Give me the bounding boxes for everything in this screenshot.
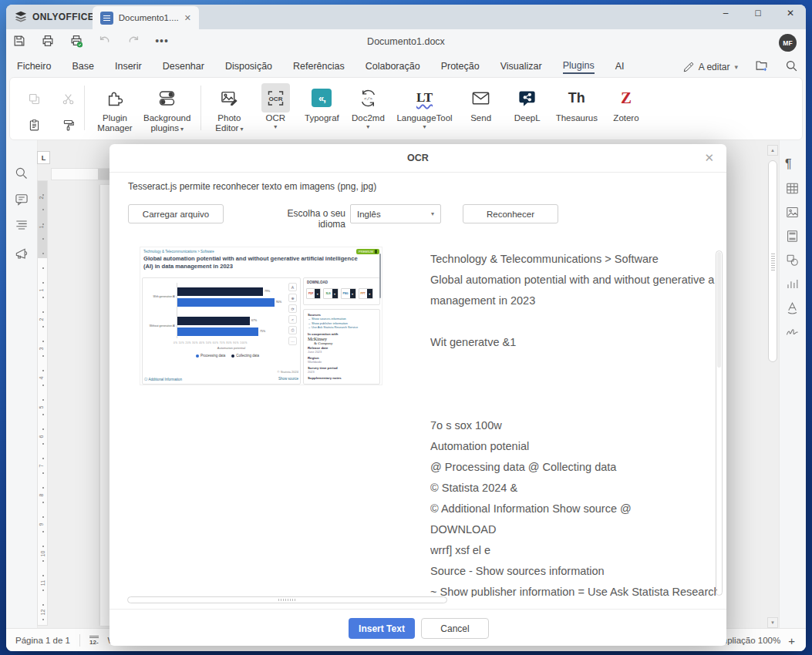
cancel-button[interactable]: Cancel <box>421 618 489 639</box>
print-button[interactable] <box>41 34 55 48</box>
preview-axis-ticks: 0% 10% 20% 30% 40% 50% 60% 70% 80% 90% 1… <box>174 341 289 344</box>
scroll-up-icon[interactable]: ▲ <box>767 145 778 156</box>
language-label: Escolha o seu idioma <box>264 208 345 230</box>
preview-additional-info-link: ⓘ Additional Information <box>144 378 182 381</box>
menu-tab-visualizar[interactable]: Visualizar <box>500 61 542 73</box>
scrollbar-thumb[interactable] <box>768 160 777 362</box>
menu-tab-disposi-o[interactable]: Disposição <box>225 61 272 73</box>
copy-button[interactable] <box>24 89 44 109</box>
more-options-button[interactable]: ••• <box>155 34 169 48</box>
recognize-button[interactable]: Reconhecer <box>463 204 558 223</box>
load-file-button[interactable]: Carregar arquivo <box>128 204 224 223</box>
menu-tab-plugins[interactable]: Plugins <box>563 60 595 74</box>
plugin-label: Typograf <box>305 113 339 123</box>
minimize-button[interactable]: – <box>719 8 732 18</box>
scrollbar-thumb[interactable] <box>717 252 721 368</box>
dialog-header[interactable]: OCR ✕ <box>110 144 726 173</box>
ocr-result-line <box>430 374 717 395</box>
preview-bar <box>177 328 258 336</box>
edit-mode-selector[interactable]: A editar ▾ <box>682 62 738 73</box>
menu-tab-ficheiro[interactable]: Ficheiro <box>17 61 51 73</box>
ruler-number: 2 <box>39 318 44 321</box>
plugin-manager-button[interactable]: PluginManager <box>92 82 138 135</box>
navigation-icon[interactable] <box>14 217 29 233</box>
feedback-icon[interactable] <box>14 247 29 262</box>
ocr-button[interactable]: OCROCR▾ <box>252 82 298 132</box>
header-footer-panel-button[interactable] <box>785 229 800 244</box>
send-button[interactable]: Send <box>458 82 504 125</box>
background-plugins-button[interactable]: Backgroundplugins▾ <box>138 82 196 136</box>
chevron-down-icon: ▾ <box>240 126 243 133</box>
text-art-panel-button[interactable] <box>785 301 800 315</box>
paragraph-panel-button[interactable]: ¶ <box>785 157 800 172</box>
scroll-down-icon[interactable]: ▼ <box>767 617 778 628</box>
save-button[interactable] <box>12 34 26 48</box>
format-painter-button[interactable] <box>58 115 78 135</box>
photo-editor-button[interactable]: PhotoEditor▾ <box>206 82 252 136</box>
menu-tab-ai[interactable]: AI <box>615 61 625 73</box>
dialog-close-icon[interactable]: ✕ <box>704 151 714 165</box>
insert-text-button[interactable]: Insert Text <box>349 618 415 639</box>
menu-tab-colabora-o[interactable]: Colaboração <box>366 61 420 73</box>
plugin-label: Manager <box>97 123 132 133</box>
languagetool-button[interactable]: LTLanguageTool▾ <box>391 82 457 132</box>
document-tab[interactable]: Documento1.... ✕ <box>93 6 199 29</box>
page-count-label[interactable]: Página 1 de 1 <box>15 636 70 645</box>
app-logo-text: ONLYOFFICE <box>32 12 94 22</box>
word-count-icon[interactable]: 12- <box>89 636 99 646</box>
cut-button[interactable] <box>58 89 78 109</box>
ruler-number: 8 <box>39 494 44 497</box>
menu-tab-refer-ncias[interactable]: Referências <box>293 61 345 73</box>
ocr-text-scrollbar[interactable] <box>716 250 723 596</box>
menu-tab-desenhar[interactable]: Desenhar <box>163 61 204 73</box>
shape-panel-button[interactable] <box>785 253 800 267</box>
deepl-button[interactable]: DeepL <box>504 82 551 125</box>
search-icon[interactable] <box>14 166 29 181</box>
ocr-result-text[interactable]: Technology & Telecommunications > Softwa… <box>430 249 717 597</box>
horizontal-ruler[interactable] <box>51 168 111 180</box>
chart-panel-button[interactable] <box>785 277 800 291</box>
vertical-ruler[interactable]: 21123456789101112 <box>37 180 48 626</box>
ocr-image-preview: Technology & Telecommunications > Softwa… <box>140 247 382 385</box>
redo-button[interactable] <box>126 34 140 48</box>
paste-button[interactable] <box>24 115 44 135</box>
preview-copyright: © Statista 2024 <box>278 370 298 374</box>
preview-source-link: → Use Ask Statista Research Service <box>308 325 376 330</box>
open-file-location-button[interactable] <box>755 59 768 76</box>
preview-title: Global automation potential with and wit… <box>143 255 367 270</box>
edit-mode-label: A editar <box>699 62 730 72</box>
header-bar: ••• Documento1.docx MF <box>6 29 806 57</box>
image-panel-button[interactable] <box>785 205 800 220</box>
tab-close-icon[interactable]: ✕ <box>184 13 191 23</box>
preview-meta-value: Worldwide <box>308 360 376 364</box>
zoom-in-button[interactable]: + <box>788 634 795 647</box>
preview-bar <box>177 298 275 307</box>
desktop-wallpaper: ONLYOFFICE Documento1.... ✕ – ☐ ✕ <box>0 0 812 655</box>
plugin-buttons-row: PluginManagerBackgroundplugins▾PhotoEdit… <box>92 82 649 136</box>
chevron-down-icon: ▾ <box>274 123 277 130</box>
menu-tab-inserir[interactable]: Inserir <box>115 61 142 73</box>
doc2md-button[interactable]: </>Doc2md▾ <box>345 82 391 132</box>
quick-print-button[interactable] <box>69 34 83 48</box>
search-icon[interactable] <box>785 59 798 76</box>
menu-tab-prote-o[interactable]: Proteção <box>441 61 480 73</box>
tab-stop-selector[interactable]: L <box>37 151 50 164</box>
avatar[interactable]: MF <box>779 34 797 52</box>
thesaurus-button[interactable]: ThThesaurus <box>551 82 603 125</box>
comments-icon[interactable] <box>14 192 29 207</box>
toolbar-divider <box>200 86 201 130</box>
chevron-down-icon: ▾ <box>180 126 184 133</box>
table-panel-button[interactable] <box>785 181 800 196</box>
preview-horizontal-scrollbar[interactable] <box>127 596 447 603</box>
maximize-button[interactable]: ☐ <box>752 9 764 18</box>
undo-button[interactable] <box>98 34 112 48</box>
typograf-button[interactable]: «,Typograf <box>298 82 345 125</box>
close-button[interactable]: ✕ <box>784 8 797 18</box>
menu-tab-base[interactable]: Base <box>72 61 94 73</box>
onlyoffice-logo-icon <box>14 10 28 24</box>
preview-premium-badge: PREMIUM <box>356 249 379 254</box>
zotero-button[interactable]: ZZotero <box>603 82 649 125</box>
language-select[interactable]: Inglês ▾ <box>350 204 441 223</box>
signature-panel-button[interactable] <box>785 324 800 339</box>
document-scrollbar[interactable]: ▲ ▼ <box>767 145 778 628</box>
